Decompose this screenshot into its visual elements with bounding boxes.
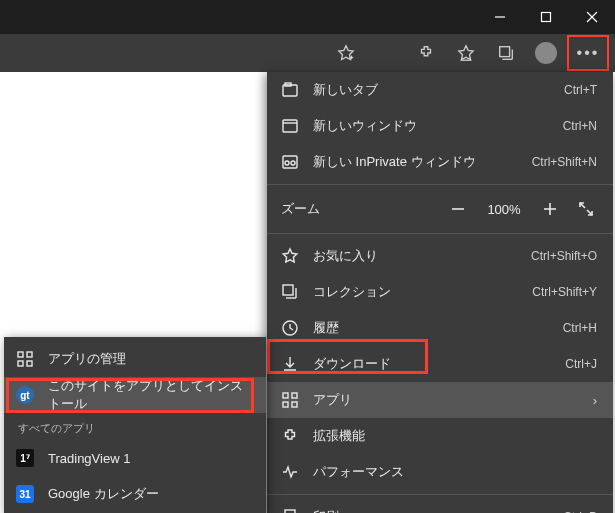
- menu-separator: [267, 184, 613, 185]
- svg-rect-39: [27, 361, 32, 366]
- app-label: TradingView 1: [48, 451, 250, 466]
- menu-favorites[interactable]: お気に入り Ctrl+Shift+O: [267, 238, 613, 274]
- menu-zoom: ズーム 100%: [267, 189, 613, 229]
- menu-extensions[interactable]: 拡張機能: [267, 418, 613, 454]
- zoom-label: ズーム: [281, 200, 435, 218]
- svg-rect-12: [283, 120, 297, 132]
- submenu-install-site[interactable]: gt このサイトをアプリとしてインストール: [4, 377, 266, 413]
- menu-performance[interactable]: パフォーマンス: [267, 454, 613, 490]
- add-favorite-button[interactable]: [327, 36, 365, 70]
- menu-separator: [267, 494, 613, 495]
- window-titlebar: [0, 0, 615, 34]
- minimize-button[interactable]: [477, 0, 523, 34]
- menu-label: 新しいタブ: [313, 81, 550, 99]
- menu-new-tab[interactable]: 新しいタブ Ctrl+T: [267, 72, 613, 108]
- profile-button[interactable]: [527, 36, 565, 70]
- fullscreen-button[interactable]: [573, 196, 599, 222]
- settings-menu: 新しいタブ Ctrl+T 新しいウィンドウ Ctrl+N 新しい InPriva…: [267, 72, 613, 513]
- star-icon: [281, 247, 299, 265]
- zoom-out-button[interactable]: [445, 196, 471, 222]
- download-icon: [281, 355, 299, 373]
- menu-label: コレクション: [313, 283, 518, 301]
- svg-rect-22: [283, 285, 293, 295]
- menu-shortcut: Ctrl+Shift+N: [532, 155, 597, 169]
- menu-history[interactable]: 履歴 Ctrl+H: [267, 310, 613, 346]
- submenu-all-apps-header: すべてのアプリ: [4, 413, 266, 440]
- zoom-in-button[interactable]: [537, 196, 563, 222]
- app-label: Google カレンダー: [48, 485, 250, 503]
- window-icon: [281, 117, 299, 135]
- heartbeat-icon: [281, 463, 299, 481]
- svg-rect-26: [283, 393, 288, 398]
- submenu-app-item[interactable]: 31 Google カレンダー: [4, 476, 266, 512]
- submenu-app-item[interactable]: 1⁷ TradingView 1: [4, 440, 266, 476]
- submenu-label: このサイトをアプリとしてインストール: [48, 377, 250, 413]
- menu-new-inprivate[interactable]: 新しい InPrivate ウィンドウ Ctrl+Shift+N: [267, 144, 613, 180]
- printer-icon: [281, 508, 299, 513]
- site-favicon-icon: gt: [16, 386, 34, 404]
- menu-label: 新しい InPrivate ウィンドウ: [313, 153, 518, 171]
- chevron-right-icon: ›: [593, 393, 597, 408]
- collections-button[interactable]: [487, 36, 525, 70]
- menu-shortcut: Ctrl+J: [565, 357, 597, 371]
- extensions-button[interactable]: [407, 36, 445, 70]
- svg-rect-36: [18, 352, 23, 357]
- menu-shortcut: Ctrl+Shift+O: [531, 249, 597, 263]
- avatar-icon: [535, 42, 557, 64]
- google-calendar-icon: 31: [16, 485, 34, 503]
- menu-label: 履歴: [313, 319, 549, 337]
- svg-rect-7: [500, 47, 510, 57]
- svg-point-15: [285, 161, 289, 165]
- apps-submenu: アプリの管理 gt このサイトをアプリとしてインストール すべてのアプリ 1⁷ …: [4, 337, 266, 513]
- tracking-button[interactable]: [367, 36, 405, 70]
- menu-shortcut: Ctrl+Shift+Y: [532, 285, 597, 299]
- maximize-button[interactable]: [523, 0, 569, 34]
- grid-icon: [16, 350, 34, 368]
- svg-point-16: [291, 161, 295, 165]
- favorites-button[interactable]: [447, 36, 485, 70]
- menu-label: パフォーマンス: [313, 463, 597, 481]
- menu-apps[interactable]: アプリ ›: [267, 382, 613, 418]
- menu-shortcut: Ctrl+H: [563, 321, 597, 335]
- menu-separator: [267, 233, 613, 234]
- menu-print[interactable]: 印刷 Ctrl+P: [267, 499, 613, 513]
- browser-toolbar: •••: [0, 34, 615, 72]
- svg-rect-28: [283, 402, 288, 407]
- svg-rect-37: [27, 352, 32, 357]
- menu-label: ダウンロード: [313, 355, 551, 373]
- zoom-value: 100%: [481, 202, 527, 217]
- tab-icon: [281, 81, 299, 99]
- apps-icon: [281, 391, 299, 409]
- puzzle-icon: [281, 427, 299, 445]
- svg-rect-29: [292, 402, 297, 407]
- menu-label: お気に入り: [313, 247, 517, 265]
- history-icon: [281, 319, 299, 337]
- collections-icon: [281, 283, 299, 301]
- tradingview-icon: 1⁷: [16, 449, 34, 467]
- submenu-manage-apps[interactable]: アプリの管理: [4, 341, 266, 377]
- menu-label: 拡張機能: [313, 427, 597, 445]
- menu-shortcut: Ctrl+N: [563, 119, 597, 133]
- menu-collections[interactable]: コレクション Ctrl+Shift+Y: [267, 274, 613, 310]
- more-button-highlight: •••: [567, 35, 609, 71]
- menu-label: 新しいウィンドウ: [313, 117, 549, 135]
- menu-new-window[interactable]: 新しいウィンドウ Ctrl+N: [267, 108, 613, 144]
- submenu-label: アプリの管理: [48, 350, 250, 368]
- svg-rect-1: [542, 13, 551, 22]
- svg-rect-27: [292, 393, 297, 398]
- menu-label: 印刷: [313, 508, 549, 513]
- menu-shortcut: Ctrl+T: [564, 83, 597, 97]
- menu-downloads[interactable]: ダウンロード Ctrl+J: [267, 346, 613, 382]
- menu-label: アプリ: [313, 391, 579, 409]
- inprivate-icon: [281, 153, 299, 171]
- more-button[interactable]: •••: [577, 44, 600, 62]
- svg-rect-38: [18, 361, 23, 366]
- close-button[interactable]: [569, 0, 615, 34]
